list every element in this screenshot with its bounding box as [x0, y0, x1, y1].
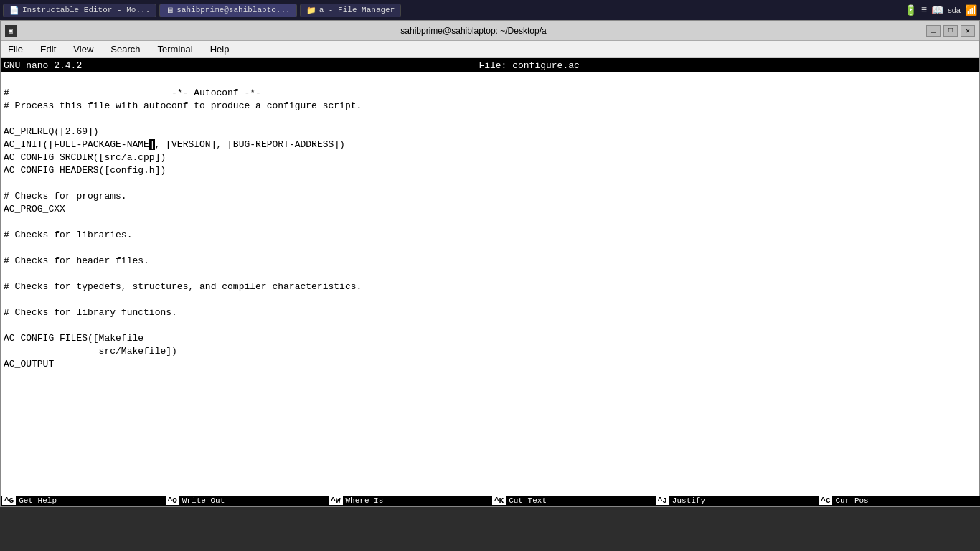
menu-bar: File Edit View Search Terminal Help — [1, 41, 979, 58]
line-18: # Checks for library functions. — [4, 307, 177, 318]
line-17 — [4, 294, 9, 305]
line-10: AC_PROG_CXX — [4, 204, 65, 215]
nano-filename: File: configure.ac — [82, 60, 976, 71]
window-controls: _ □ ✕ — [926, 25, 975, 37]
terminal-icon: 🖥 — [166, 6, 174, 15]
notes-icon: ≡ — [921, 4, 927, 16]
line-5: AC_INIT([FULL-PACKAGE-NAME], [VERSION], … — [4, 139, 345, 150]
line-1: # -*- Autoconf -*- — [4, 88, 261, 98]
shortcut-write-out: ^O Write Out — [164, 496, 328, 506]
editor-content[interactable]: # -*- Autoconf -*- # Process this file w… — [1, 72, 979, 496]
line-15 — [4, 268, 9, 279]
menu-search[interactable]: Search — [106, 42, 144, 56]
line-22: AC_OUTPUT — [4, 359, 54, 369]
filemanager-label: a - File Manager — [319, 6, 395, 14]
line-16: # Checks for typedefs, structures, and c… — [4, 281, 362, 292]
shortcut-cut-text: ^K Cut Text — [491, 496, 654, 506]
line-8 — [4, 178, 9, 189]
menu-view[interactable]: View — [69, 42, 98, 56]
window-title: sahibprime@sahiblaptop: ~/Desktop/a — [21, 26, 926, 36]
line-7: AC_CONFIG_HEADERS([config.h]) — [4, 165, 166, 176]
minimize-button[interactable]: _ — [926, 25, 941, 37]
line-21: src/Makefile]) — [4, 346, 177, 357]
shortcut-get-help: ^G Get Help — [1, 496, 164, 506]
line-20: AC_CONFIG_FILES([Makefile — [4, 333, 143, 344]
editor-icon: 📄 — [9, 6, 19, 15]
nano-version: GNU nano 2.4.2 — [4, 60, 82, 71]
line-12: # Checks for libraries. — [4, 230, 132, 240]
close-button[interactable]: ✕ — [961, 25, 975, 37]
terminal-window: ▣ sahibprime@sahiblaptop: ~/Desktop/a _ … — [0, 20, 980, 507]
nano-editor: GNU nano 2.4.2 File: configure.ac # -*- … — [1, 58, 979, 506]
nano-footer: ^G Get Help ^O Write Out ^W Where Is ^K … — [1, 496, 979, 506]
editor-label: Instructable Editor - Mo... — [22, 6, 150, 14]
title-bar: ▣ sahibprime@sahiblaptop: ~/Desktop/a _ … — [1, 21, 979, 41]
taskbar-item-terminal[interactable]: 🖥 sahibprime@sahiblapto... — [159, 4, 296, 17]
menu-terminal[interactable]: Terminal — [154, 42, 197, 56]
line-6: AC_CONFIG_SRCDIR([src/a.cpp]) — [4, 152, 166, 163]
menu-file[interactable]: File — [4, 42, 27, 56]
line-14: # Checks for header files. — [4, 255, 149, 266]
menu-help[interactable]: Help — [206, 42, 234, 56]
maximize-button[interactable]: □ — [943, 25, 958, 37]
taskbar-item-filemanager[interactable]: 📁 a - File Manager — [300, 4, 402, 17]
taskbar: 📄 Instructable Editor - Mo... 🖥 sahibpri… — [0, 0, 980, 20]
line-9: # Checks for programs. — [4, 191, 127, 202]
line-13 — [4, 242, 9, 253]
drive-label: sda — [948, 6, 961, 14]
menu-edit[interactable]: Edit — [36, 42, 60, 56]
line-2: # Process this file with autoconf to pro… — [4, 100, 362, 111]
shortcut-justify: ^J Justify — [654, 496, 818, 506]
terminal-label: sahibprime@sahiblapto... — [176, 6, 290, 14]
filemanager-icon: 📁 — [306, 6, 316, 15]
line-11 — [4, 217, 9, 227]
shortcut-row-1: ^G Get Help ^O Write Out ^W Where Is ^K … — [1, 496, 980, 506]
wifi-icon: 📶 — [965, 4, 977, 17]
battery-icon: 🔋 — [905, 4, 917, 17]
line-3 — [4, 113, 9, 124]
taskbar-item-editor[interactable]: 📄 Instructable Editor - Mo... — [3, 4, 156, 17]
taskbar-right: 🔋 ≡ 📖 sda 📶 — [905, 4, 977, 17]
line-19 — [4, 320, 9, 331]
shortcut-where-is: ^W Where Is — [327, 496, 491, 506]
line-4: AC_PREREQ([2.69]) — [4, 126, 99, 137]
nano-header: GNU nano 2.4.2 File: configure.ac — [1, 58, 979, 72]
window-icon: ▣ — [5, 25, 17, 37]
shortcut-cur-pos: ^C Cur Pos — [817, 496, 980, 506]
book-icon: 📖 — [931, 4, 943, 17]
